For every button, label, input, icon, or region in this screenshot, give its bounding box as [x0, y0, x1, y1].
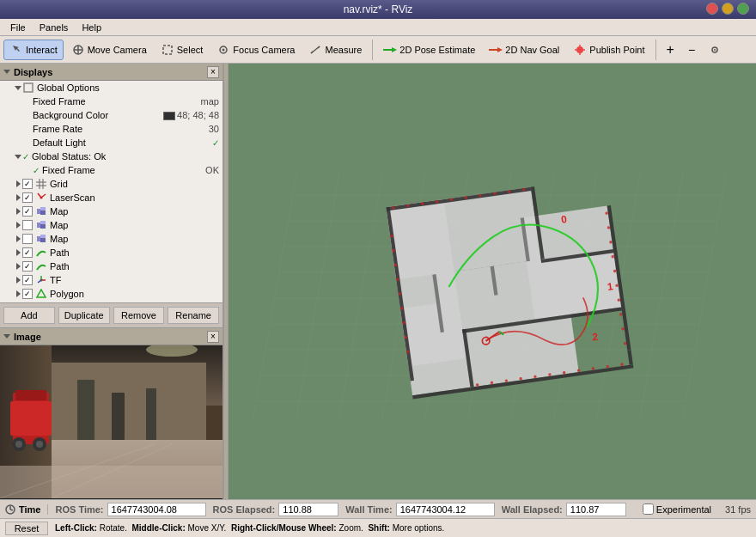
publish-point-icon — [573, 43, 587, 57]
pose-estimate-icon — [383, 43, 397, 57]
svg-rect-51 — [146, 388, 156, 440]
settings-button[interactable] — [703, 40, 727, 59]
map2-checkbox[interactable] — [22, 220, 33, 230]
grid-checkbox[interactable]: ✓ — [22, 179, 33, 189]
add-button[interactable]: Add — [3, 307, 55, 324]
duplicate-button[interactable]: Duplicate — [58, 307, 110, 324]
rename-button[interactable]: Rename — [168, 307, 219, 324]
expand-spacer — [24, 97, 33, 106]
display-bg-color[interactable]: Background Color 48; 48; 48 — [0, 108, 223, 122]
menu-help[interactable]: Help — [75, 21, 108, 34]
experimental-checkbox[interactable] — [643, 503, 654, 515]
displays-header: Displays × — [0, 64, 223, 81]
window-title: nav.rviz* - RViz — [344, 3, 413, 15]
group-icon — [22, 82, 34, 94]
move-camera-button[interactable]: Move Camera — [65, 40, 153, 60]
minimize-button[interactable] — [722, 3, 734, 15]
select-icon — [161, 43, 174, 57]
fixed-frame-value: map — [201, 96, 219, 107]
main-layout: Displays × Global Options Fixed Frame — [0, 64, 756, 499]
image-expand-icon — [3, 334, 10, 339]
svg-rect-24 — [40, 224, 46, 229]
path2-checkbox[interactable]: ✓ — [22, 261, 33, 272]
map3-checkbox[interactable] — [22, 234, 33, 244]
bg-color-label: Background Color — [33, 110, 160, 120]
statusbar: Reset Left-Click: Rotate. Middle-Click: … — [0, 518, 756, 537]
nav-goal-button[interactable]: 2D Nav Goal — [483, 40, 565, 60]
tf-checkbox[interactable]: ✓ — [22, 275, 33, 285]
measure-icon — [308, 43, 322, 57]
map1-checkbox[interactable]: ✓ — [22, 206, 33, 217]
select-button[interactable]: Select — [155, 40, 210, 60]
svg-point-31 — [40, 279, 43, 282]
svg-rect-81 — [521, 206, 622, 320]
image-title: Image — [3, 332, 41, 342]
reset-button[interactable]: Reset — [5, 522, 48, 535]
close-button[interactable] — [706, 3, 718, 15]
default-light-value: ✓ — [212, 138, 219, 148]
displays-buttons: Add Duplicate Remove Rename — [0, 302, 223, 327]
laserscan-checkbox[interactable]: ✓ — [22, 192, 33, 203]
maximize-button[interactable] — [737, 3, 749, 15]
display-polygon[interactable]: ✓ Polygon — [0, 287, 223, 301]
time-panel-title: Time — [5, 504, 48, 515]
svg-point-3 — [223, 48, 225, 51]
timebar: Time ROS Time: ROS Elapsed: Wall Time: W… — [0, 499, 756, 518]
display-global-options[interactable]: Global Options — [0, 81, 223, 95]
measure-button[interactable]: Measure — [302, 40, 368, 60]
display-map-2[interactable]: Map — [0, 218, 223, 232]
map1-icon — [35, 205, 47, 217]
path1-icon — [35, 247, 47, 259]
image-header: Image × — [0, 328, 223, 345]
display-default-light[interactable]: Default Light ✓ — [0, 136, 223, 150]
display-global-status[interactable]: ✓ Global Status: Ok — [0, 150, 223, 163]
svg-rect-49 — [77, 380, 94, 440]
image-title-label: Image — [14, 332, 41, 342]
path1-checkbox[interactable]: ✓ — [22, 247, 33, 258]
focus-camera-button[interactable]: Focus Camera — [210, 40, 301, 60]
ros-time-field: ROS Time: — [55, 503, 205, 516]
svg-rect-50 — [112, 393, 125, 440]
display-path-1[interactable]: ✓ Path — [0, 246, 223, 259]
default-light-label: Default Light — [33, 137, 209, 148]
publish-point-button[interactable]: Publish Point — [567, 40, 650, 60]
display-map-3[interactable]: Map — [0, 232, 223, 246]
color-swatch[interactable] — [163, 112, 175, 120]
status-ff-label: Fixed Frame — [42, 165, 202, 175]
display-tf[interactable]: ✓ TF — [0, 273, 223, 287]
display-fixed-frame[interactable]: Fixed Frame map — [0, 95, 223, 108]
svg-rect-1 — [163, 46, 172, 54]
menu-panels[interactable]: Panels — [33, 21, 76, 34]
display-frame-rate[interactable]: Frame Rate 30 — [0, 122, 223, 136]
pose-estimate-button[interactable]: 2D Pose Estimate — [377, 40, 481, 60]
plus-button[interactable]: + — [661, 41, 680, 58]
interact-button[interactable]: Interact — [3, 40, 64, 60]
polygon-checkbox[interactable]: ✓ — [22, 289, 33, 299]
svg-rect-44 — [15, 390, 46, 400]
ros-time-input[interactable] — [107, 503, 206, 516]
ros-elapsed-input[interactable] — [278, 503, 338, 516]
display-map-1[interactable]: ✓ Map — [0, 204, 223, 218]
polygon-label: Polygon — [50, 289, 219, 299]
displays-close-button[interactable]: × — [207, 66, 219, 78]
display-grid[interactable]: ✓ Grid — [0, 177, 223, 191]
frame-rate-label: Frame Rate — [33, 124, 205, 134]
main-3d-view[interactable]: 0 1 2 — [229, 64, 756, 499]
status-ff-check: ✓ — [33, 166, 40, 175]
map2-label: Map — [50, 220, 219, 230]
wall-elapsed-input[interactable] — [566, 503, 626, 516]
display-laserscan[interactable]: ✓ LaserScan — [0, 191, 223, 204]
path2-icon — [35, 260, 47, 272]
image-close-button[interactable]: × — [207, 331, 219, 343]
wall-time-input[interactable] — [396, 503, 495, 516]
menu-file[interactable]: File — [3, 21, 33, 34]
display-status-fixed-frame[interactable]: ✓ Fixed Frame OK — [0, 163, 223, 177]
display-path-2[interactable]: ✓ Path — [0, 259, 223, 273]
displays-list[interactable]: Global Options Fixed Frame map Backgroun… — [0, 81, 223, 302]
laserscan-icon — [35, 192, 47, 204]
svg-rect-43 — [10, 401, 52, 436]
displays-title: Displays — [3, 67, 52, 77]
remove-button[interactable]: Remove — [113, 307, 165, 324]
grid-icon — [35, 178, 47, 190]
minus-button[interactable]: − — [682, 42, 701, 58]
